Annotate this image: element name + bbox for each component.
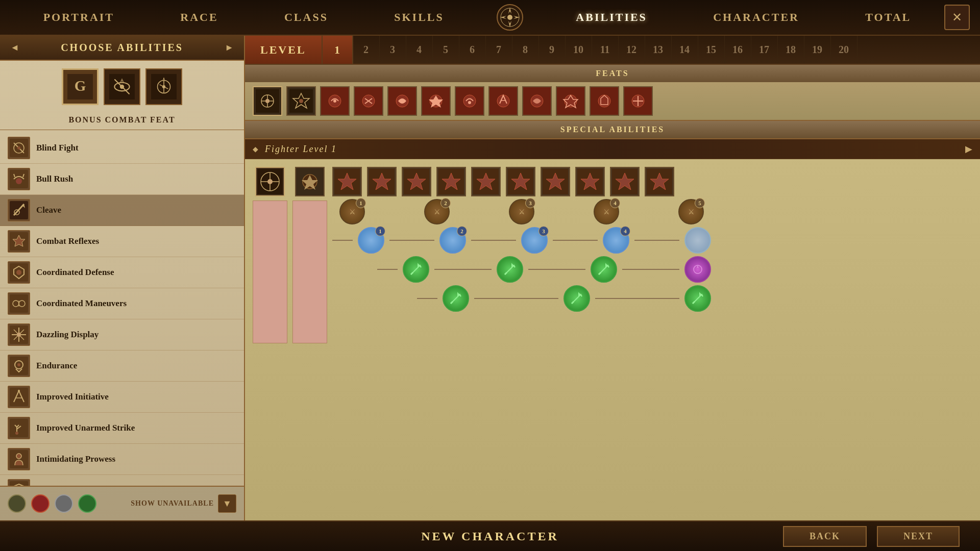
green-sword-2[interactable]: [497, 256, 523, 283]
ability-intimidating-prowess[interactable]: Intimidating Prowess: [0, 444, 244, 475]
nav-skills[interactable]: SKILLS: [379, 6, 459, 29]
grid-icon-large-8[interactable]: [575, 167, 605, 196]
color-dot-red[interactable]: [31, 494, 50, 513]
grid-icon-large-3[interactable]: [402, 167, 431, 196]
feat-icon-3[interactable]: [320, 86, 350, 116]
next-button[interactable]: NEXT: [877, 526, 960, 547]
grid-icon-large-7[interactable]: [541, 167, 570, 196]
back-button[interactable]: BACK: [783, 526, 867, 547]
level-20[interactable]: 20: [831, 36, 857, 64]
blue-orb-1[interactable]: 1: [358, 227, 384, 254]
nav-abilities[interactable]: ABILITIES: [560, 6, 663, 29]
blue-orb-4[interactable]: 4: [603, 227, 629, 254]
close-button[interactable]: ✕: [944, 5, 970, 30]
level-14[interactable]: 14: [672, 36, 698, 64]
grid-icon-large-9[interactable]: [610, 167, 640, 196]
feat-icon-5[interactable]: [387, 86, 417, 116]
brown-circle-2[interactable]: ⚔ 2: [424, 199, 450, 224]
blue-orb-2[interactable]: 2: [439, 227, 466, 254]
purple-orb-last[interactable]: [684, 256, 711, 283]
feat-icon-4[interactable]: [354, 86, 383, 116]
nav-total[interactable]: TOTAL: [850, 6, 926, 29]
feat-icon-11[interactable]: [590, 86, 619, 116]
ability-improved-initiative[interactable]: Improved Initiative: [0, 382, 244, 413]
svg-point-15: [162, 85, 165, 88]
level-12[interactable]: 12: [619, 36, 645, 64]
nav-character[interactable]: CHARACTER: [698, 6, 815, 29]
color-dot-green[interactable]: [78, 494, 96, 513]
class-icon-g[interactable]: G: [62, 68, 99, 105]
grid-icon-large-6[interactable]: [506, 167, 535, 196]
grid-icon-col2[interactable]: [295, 167, 325, 196]
feat-icon-1[interactable]: [253, 86, 282, 116]
grid-icon-large-4[interactable]: [436, 167, 466, 196]
level-6[interactable]: 6: [459, 36, 486, 64]
brown-circle-4[interactable]: ⚔ 4: [594, 199, 619, 224]
level-19[interactable]: 19: [804, 36, 831, 64]
ability-coordinated-defense[interactable]: Coordinated Defense: [0, 257, 244, 288]
level-13[interactable]: 13: [645, 36, 672, 64]
level-7[interactable]: 7: [486, 36, 512, 64]
grid-icon-large-5[interactable]: [471, 167, 501, 196]
ability-endurance[interactable]: Endurance: [0, 350, 244, 382]
level-2[interactable]: 2: [353, 36, 380, 64]
show-unavailable-dropdown[interactable]: ▼: [218, 494, 236, 513]
ability-coordinated-maneuvers[interactable]: Coordinated Maneuvers: [0, 288, 244, 319]
level-8[interactable]: 8: [512, 36, 539, 64]
ability-bull-rush[interactable]: Bull Rush: [0, 164, 244, 195]
feat-icon-2[interactable]: [286, 86, 316, 116]
level-10[interactable]: 10: [566, 36, 592, 64]
level-16[interactable]: 16: [725, 36, 751, 64]
fighter-arrow-right[interactable]: ▶: [965, 143, 972, 155]
ability-combat-reflexes[interactable]: Combat Reflexes: [0, 226, 244, 257]
blue-orb-3[interactable]: 3: [521, 227, 548, 254]
class-icon-sword[interactable]: [145, 68, 182, 105]
nav-race[interactable]: RACE: [165, 6, 233, 29]
color-dot-gray[interactable]: [55, 494, 73, 513]
ability-blind-fight[interactable]: Blind Fight: [0, 133, 244, 164]
level-18[interactable]: 18: [778, 36, 804, 64]
character-name: NEW CHARACTER: [333, 530, 646, 543]
nav-portrait[interactable]: PORTRAIT: [28, 6, 130, 29]
green-sword-3[interactable]: [591, 256, 617, 283]
panel-arrow-right[interactable]: ►: [225, 42, 234, 53]
level-11[interactable]: 11: [592, 36, 619, 64]
color-dot-olive[interactable]: [8, 494, 26, 513]
green-sword2-3[interactable]: [684, 285, 711, 312]
svg-point-44: [15, 432, 18, 435]
level-3[interactable]: 3: [380, 36, 406, 64]
level-4[interactable]: 4: [406, 36, 433, 64]
level-9[interactable]: 9: [539, 36, 566, 64]
brown-circle-5[interactable]: ⚔ 5: [678, 199, 704, 224]
level-1-active[interactable]: 1: [323, 36, 353, 64]
feat-icon-12[interactable]: [623, 86, 653, 116]
brown-circle-1[interactable]: ⚔ 1: [339, 199, 365, 224]
green-sword-1[interactable]: [403, 256, 429, 283]
level-17[interactable]: 17: [751, 36, 778, 64]
green2-connector-3: [595, 298, 679, 299]
ability-dazzling-display[interactable]: Dazzling Display: [0, 319, 244, 350]
ability-cleave[interactable]: Cleave: [0, 195, 244, 226]
feat-icon-7[interactable]: [455, 86, 484, 116]
ability-improved-unarmed[interactable]: Improved Unarmed Strike: [0, 413, 244, 444]
level-15[interactable]: 15: [698, 36, 725, 64]
green-sword2-2[interactable]: [564, 285, 590, 312]
grid-icon-large-1[interactable]: [332, 167, 362, 196]
brown-circle-3[interactable]: ⚔ 3: [509, 199, 534, 224]
feat-icon-9[interactable]: [522, 86, 552, 116]
class-icon-eye[interactable]: [104, 68, 140, 105]
feat-icon-8[interactable]: [488, 86, 518, 116]
show-unavailable-button[interactable]: SHOW UNAVAILABLE ▼: [131, 494, 236, 513]
panel-arrow-left[interactable]: ◄: [10, 42, 19, 53]
ability-shield-focus[interactable]: Shield Focus: [0, 475, 244, 486]
grid-fighter-icon[interactable]: [255, 167, 285, 196]
grid-icon-large-2[interactable]: [367, 167, 397, 196]
blue-orb-5[interactable]: [684, 227, 711, 254]
green-sword2-1[interactable]: [443, 285, 469, 312]
feat-icon-6[interactable]: [421, 86, 451, 116]
improved-initiative-icon: [8, 386, 30, 408]
feat-icon-10[interactable]: [556, 86, 585, 116]
level-5[interactable]: 5: [433, 36, 459, 64]
grid-icon-large-10[interactable]: [645, 167, 674, 196]
nav-class[interactable]: CLASS: [269, 6, 344, 29]
